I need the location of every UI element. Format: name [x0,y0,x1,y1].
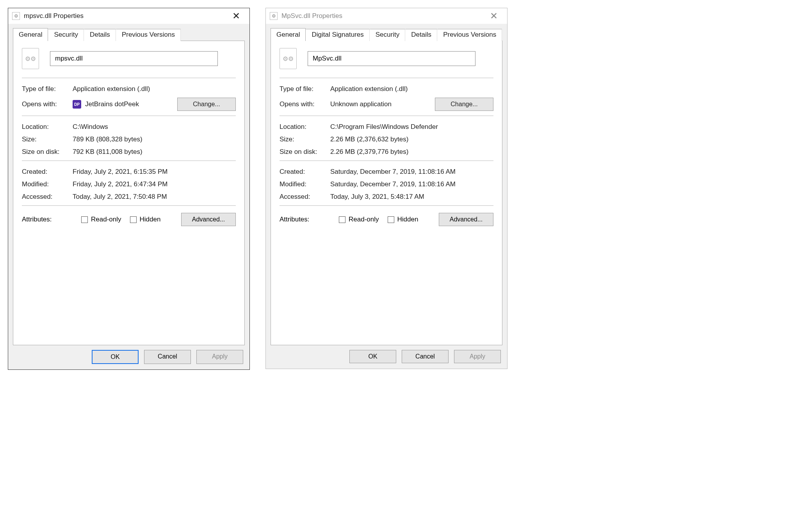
properties-dialog: ⚙mpsvc.dll Properties✕GeneralSecurityDet… [8,8,250,370]
attributes-row: Attributes:Read-onlyHiddenAdvanced... [280,210,493,228]
type-of-file-value: Application extension (.dll) [330,85,493,93]
modified-label: Modified: [22,180,73,188]
size-value: 2.26 MB (2,376,632 bytes) [330,136,493,143]
size-label: Size: [280,136,330,143]
tab-previous-versions[interactable]: Previous Versions [116,29,181,41]
dialog-button-bar: OKCancelApply [266,345,507,369]
tab-details[interactable]: Details [405,29,437,41]
close-icon[interactable]: ✕ [227,11,246,21]
separator [280,161,493,161]
tab-strip: GeneralDigital SignaturesSecurityDetails… [271,28,502,41]
advanced-button[interactable]: Advanced... [439,213,493,226]
opens-with-value: Unknown application [330,100,392,108]
apply-button[interactable]: Apply [196,350,243,364]
separator [280,78,493,78]
title-bar[interactable]: ⚙MpSvc.dll Properties✕ [266,8,507,24]
location-label: Location: [22,123,73,131]
type-of-file-label: Type of file: [22,85,73,93]
location-label: Location: [280,123,330,131]
close-icon[interactable]: ✕ [484,11,503,21]
created-value: Friday, July 2, 2021, 6:15:35 PM [73,168,236,176]
readonly-checkbox[interactable]: Read-only [339,216,379,223]
location-value: C:\Program Files\Windows Defender [330,123,493,131]
ok-button[interactable]: OK [92,350,139,364]
accessed-label: Accessed: [280,193,330,201]
location-row: Location:C:\Program Files\Windows Defend… [280,121,493,133]
tab-general[interactable]: General [13,28,48,41]
change-button[interactable]: Change... [177,98,236,111]
file-gear-icon: ⚙⚙ [22,48,39,69]
filename-row: ⚙⚙MpSvc.dll [280,48,493,75]
modified-label: Modified: [280,180,330,188]
opens-with-app-name: JetBrains dotPeek [85,100,139,108]
type-of-file-row: Type of file:Application extension (.dll… [280,83,493,95]
size-on-disk-row: Size on disk:2.26 MB (2,379,776 bytes) [280,146,493,158]
created-row: Created:Saturday, December 7, 2019, 11:0… [280,166,493,178]
type-of-file-value: Application extension (.dll) [73,85,236,93]
separator [22,116,236,116]
type-of-file-label: Type of file: [280,85,330,93]
attributes-label: Attributes: [280,216,330,223]
modified-value: Saturday, December 7, 2019, 11:08:16 AM [330,180,493,188]
size-on-disk-row: Size on disk:792 KB (811,008 bytes) [22,146,236,158]
hidden-checkbox-box[interactable] [130,216,137,223]
filename-input[interactable]: mpsvc.dll [50,51,218,66]
apply-button[interactable]: Apply [454,350,501,363]
modified-row: Modified:Saturday, December 7, 2019, 11:… [280,178,493,191]
tab-details[interactable]: Details [84,29,116,41]
separator [280,205,493,206]
system-gear-icon: ⚙ [12,12,20,20]
size-on-disk-label: Size on disk: [280,148,330,156]
general-panel: ⚙⚙MpSvc.dllType of file:Application exte… [271,41,502,345]
dialog-body: GeneralSecurityDetailsPrevious Versions⚙… [8,24,249,345]
separator [280,116,493,116]
hidden-checkbox-label: Hidden [140,216,161,223]
dialog-body: GeneralDigital SignaturesSecurityDetails… [266,24,507,345]
opens-with-value: DPJetBrains dotPeek [73,100,139,109]
type-of-file-row: Type of file:Application extension (.dll… [22,83,236,95]
tab-security[interactable]: Security [48,29,84,41]
tab-security[interactable]: Security [370,29,405,41]
app-icon: DP [73,100,81,109]
change-button[interactable]: Change... [435,98,493,111]
separator [22,78,236,78]
opens-with-row: Opens with:DPJetBrains dotPeekChange... [22,95,236,113]
created-label: Created: [280,168,330,176]
cancel-button[interactable]: Cancel [144,350,191,364]
system-gear-icon: ⚙ [270,12,278,20]
advanced-button[interactable]: Advanced... [181,213,236,226]
created-row: Created:Friday, July 2, 2021, 6:15:35 PM [22,166,236,178]
accessed-value: Today, July 2, 2021, 7:50:48 PM [73,193,236,201]
attributes-label: Attributes: [22,216,73,223]
readonly-checkbox[interactable]: Read-only [81,216,121,223]
hidden-checkbox[interactable]: Hidden [388,216,418,223]
dialog-button-bar: OKCancelApply [8,345,249,369]
size-value: 789 KB (808,328 bytes) [73,136,236,143]
properties-dialog: ⚙MpSvc.dll Properties✕GeneralDigital Sig… [265,8,508,369]
tab-previous-versions[interactable]: Previous Versions [437,29,502,41]
ok-button[interactable]: OK [349,350,396,363]
cancel-button[interactable]: Cancel [402,350,449,363]
readonly-checkbox-box[interactable] [81,216,88,223]
readonly-checkbox-box[interactable] [339,216,345,223]
size-row: Size:789 KB (808,328 bytes) [22,133,236,146]
hidden-checkbox-box[interactable] [388,216,394,223]
separator [22,161,236,161]
modified-value: Friday, July 2, 2021, 6:47:34 PM [73,180,236,188]
opens-with-row: Opens with:Unknown applicationChange... [280,95,493,113]
accessed-label: Accessed: [22,193,73,201]
hidden-checkbox[interactable]: Hidden [130,216,161,223]
location-row: Location:C:\Windows [22,121,236,133]
title-bar[interactable]: ⚙mpsvc.dll Properties✕ [8,8,249,24]
tab-strip: GeneralSecurityDetailsPrevious Versions [13,28,245,41]
filename-input[interactable]: MpSvc.dll [308,51,475,66]
tab-digital-signatures[interactable]: Digital Signatures [306,29,369,41]
accessed-row: Accessed:Today, July 2, 2021, 7:50:48 PM [22,191,236,203]
attributes-row: Attributes:Read-onlyHiddenAdvanced... [22,210,236,228]
tab-general[interactable]: General [271,28,306,41]
readonly-checkbox-label: Read-only [349,216,379,223]
readonly-checkbox-label: Read-only [91,216,121,223]
size-on-disk-label: Size on disk: [22,148,73,156]
location-value: C:\Windows [73,123,236,131]
window-title: MpSvc.dll Properties [281,12,342,20]
